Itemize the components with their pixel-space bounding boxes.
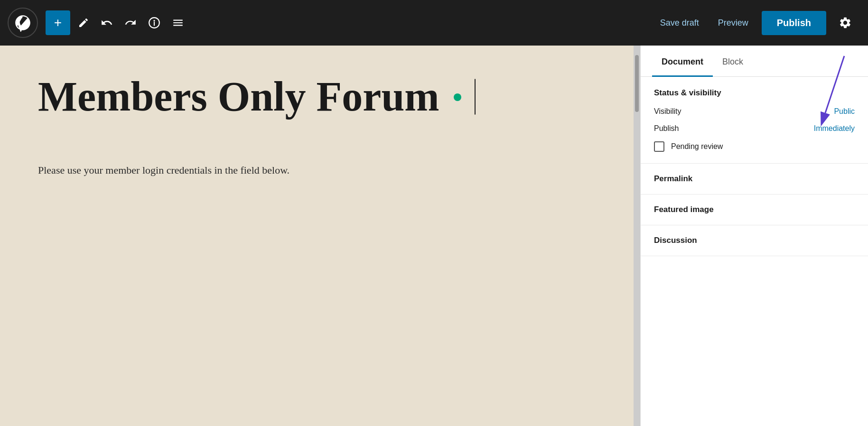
status-visibility-title: Status & visibility — [654, 88, 855, 98]
editor-wrapper: Members Only Forum Please use your membe… — [0, 46, 640, 426]
edit-button[interactable] — [74, 13, 93, 32]
permalink-title: Permalink — [654, 174, 692, 184]
visibility-value[interactable]: Public — [834, 107, 855, 116]
info-icon — [148, 17, 160, 29]
undo-icon — [101, 17, 113, 29]
sidebar-tabs: Document Block — [641, 46, 868, 77]
add-block-button[interactable]: + — [46, 10, 70, 35]
publish-label: Publish — [654, 124, 679, 133]
pending-review-label: Pending review — [671, 142, 723, 151]
tab-document[interactable]: Document — [652, 46, 713, 77]
discussion-title: Discussion — [654, 236, 697, 245]
wp-logo — [8, 8, 38, 38]
permalink-section[interactable]: Permalink — [641, 164, 868, 194]
redo-icon — [124, 17, 137, 29]
discussion-section[interactable]: Discussion — [641, 225, 868, 256]
main-area: Members Only Forum Please use your membe… — [0, 46, 868, 426]
post-title[interactable]: Members Only Forum — [38, 74, 461, 120]
save-draft-button[interactable]: Save draft — [653, 14, 707, 32]
sidebar: Document Block Status & visibility Visib… — [640, 46, 868, 426]
visibility-row: Visibility Public — [654, 107, 855, 116]
editor-area[interactable]: Members Only Forum Please use your membe… — [0, 46, 634, 426]
pending-review-checkbox[interactable] — [654, 141, 664, 152]
info-button[interactable] — [144, 13, 164, 33]
featured-image-section[interactable]: Featured image — [641, 194, 868, 225]
preview-button[interactable]: Preview — [710, 14, 756, 32]
pending-review-row: Pending review — [654, 141, 855, 152]
publish-value[interactable]: Immediately — [814, 124, 855, 133]
wordpress-icon — [14, 14, 32, 32]
list-view-button[interactable] — [168, 13, 188, 33]
toolbar: + Save draft Preview Publish — [0, 0, 868, 46]
redo-button[interactable] — [121, 13, 140, 33]
featured-image-title: Featured image — [654, 205, 714, 214]
settings-button[interactable] — [830, 9, 860, 36]
post-content[interactable]: Please use your member login credentials… — [38, 162, 596, 178]
publish-row: Publish Immediately — [654, 124, 855, 133]
status-dot — [454, 93, 461, 101]
tab-block[interactable]: Block — [713, 46, 753, 77]
list-icon — [172, 17, 184, 29]
publish-button[interactable]: Publish — [762, 11, 826, 35]
scrollbar-thumb[interactable] — [635, 55, 639, 112]
gear-icon — [839, 16, 852, 29]
pencil-icon — [78, 17, 89, 28]
sidebar-content: Status & visibility Visibility Public Pu… — [641, 77, 868, 426]
status-visibility-section: Status & visibility Visibility Public Pu… — [641, 77, 868, 164]
visibility-label: Visibility — [654, 107, 681, 116]
editor-scrollbar[interactable] — [634, 46, 640, 426]
cursor-indicator — [475, 79, 476, 115]
undo-button[interactable] — [97, 13, 117, 33]
